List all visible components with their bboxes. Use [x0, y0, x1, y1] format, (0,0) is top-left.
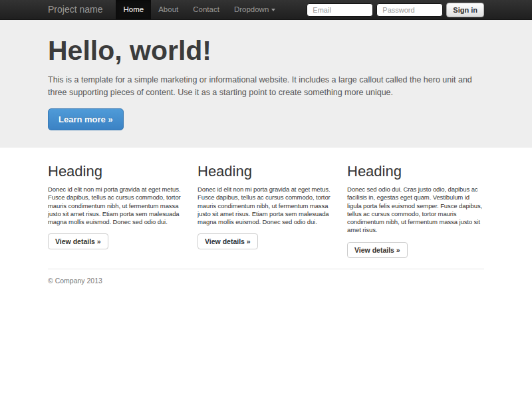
footer: © Company 2013: [48, 269, 484, 285]
navbar: Project name Home About Contact Dropdown…: [0, 0, 532, 20]
nav-item-about[interactable]: About: [151, 0, 186, 19]
column-text: Donec sed odio dui. Cras justo odio, dap…: [347, 186, 484, 235]
nav-item-contact[interactable]: Contact: [186, 0, 227, 19]
column-text: Donec id elit non mi porta gravida at eg…: [48, 186, 185, 226]
hero-description: This is a template for a simple marketin…: [48, 74, 484, 99]
view-details-button-2[interactable]: View details »: [198, 233, 258, 249]
signin-form: Sign in: [307, 0, 484, 19]
sign-in-button[interactable]: Sign in: [446, 3, 484, 17]
page-title: Hello, world!: [48, 36, 484, 66]
column-heading: Heading: [48, 164, 185, 180]
email-field[interactable]: [307, 3, 373, 17]
nav-item-dropdown[interactable]: Dropdown: [227, 0, 283, 19]
content-columns: Heading Donec id elit non mi porta gravi…: [0, 148, 532, 258]
content-column-3: Heading Donec sed odio dui. Cras justo o…: [347, 148, 484, 258]
hero-section: Hello, world! This is a template for a s…: [0, 20, 532, 148]
column-heading: Heading: [347, 164, 484, 180]
copyright-text: © Company 2013: [48, 277, 102, 285]
view-details-button-1[interactable]: View details »: [48, 233, 108, 249]
nav-item-dropdown-label: Dropdown: [234, 5, 269, 13]
content-column-1: Heading Donec id elit non mi porta gravi…: [48, 148, 185, 258]
password-field[interactable]: [376, 3, 443, 17]
content-column-2: Heading Donec id elit non mi porta gravi…: [198, 148, 334, 258]
column-text: Donec id elit non mi porta gravida at eg…: [198, 186, 334, 226]
nav-item-home[interactable]: Home: [116, 0, 151, 19]
column-heading: Heading: [198, 164, 334, 180]
caret-down-icon: [271, 9, 275, 11]
brand-link[interactable]: Project name: [48, 0, 116, 19]
view-details-button-3[interactable]: View details »: [347, 242, 408, 258]
learn-more-button[interactable]: Learn more »: [48, 108, 124, 130]
